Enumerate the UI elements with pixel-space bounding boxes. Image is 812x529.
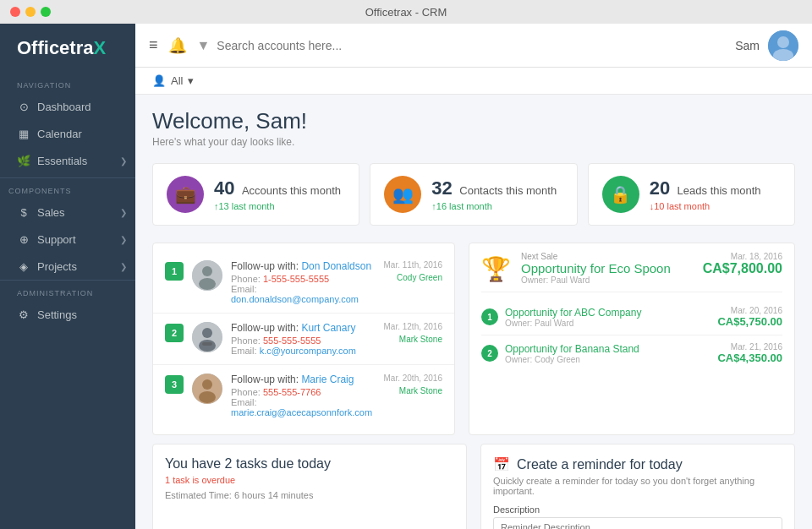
svg-point-4 [202,266,212,276]
followup-item-3: 3 Follow-up with: Marie Craig [153,365,454,426]
leads-icon: 🔒 [602,176,639,213]
components-section-label: COMPONENTS [0,177,135,199]
minimize-button[interactable] [25,7,36,17]
filter-icon[interactable]: ▼ [197,38,211,53]
sidebar-item-support[interactable]: ⊕ Support ❯ [0,226,135,253]
chevron-right-icon: ❯ [120,262,127,271]
sidebar: OfficetraX NAVIGATION ⊙ Dashboard ▦ Cale… [0,24,135,529]
reminder-icon: 📅 [493,456,510,472]
leads-change: ↓10 last month [650,201,761,211]
opp-title-1[interactable]: Opportunity for ABC Company [505,307,710,319]
chevron-right-icon: ❯ [120,208,127,217]
contacts-number: 32 [431,177,452,199]
sub-header[interactable]: 👤 All ▾ [135,68,812,95]
svg-point-5 [199,278,216,290]
followup-link-1[interactable]: Don Donaldson [301,260,371,272]
next-sale-label: Next Sale [521,252,693,261]
accounts-number: 40 [214,177,234,199]
opportunities-card: 🏆 Next Sale Opportunity for Eco Spoon Ow… [469,243,795,435]
followup-link-2[interactable]: Kurt Canary [301,322,355,334]
trophy-icon: 🏆 [481,255,511,283]
chevron-right-icon: ❯ [120,235,127,244]
sidebar-item-label: Dashboard [37,101,91,113]
followup-email-link-2[interactable]: k.c@yourcompany.com [260,346,356,356]
followup-email-1: Email: don.donaldson@company.com [231,284,375,304]
dashboard-icon: ⊙ [17,100,30,113]
support-icon: ⊕ [17,232,30,246]
settings-icon: ⚙ [17,308,30,321]
bell-icon[interactable]: 🔔 [168,36,187,55]
opp-right-2: Mar. 21, 2016 CA$4,350.00 [717,342,782,364]
main-content: 👤 All ▾ Welcome, Sam! Here's what your d… [135,68,812,529]
menu-icon[interactable]: ≡ [149,36,158,54]
middle-section: 1 Follow-up with: Don Donaldson [135,234,812,444]
opp-num-1: 1 [481,308,498,325]
tasks-overdue: 1 task is overdue [165,475,454,485]
followup-assignee-3: Mark Stone [383,386,442,395]
tasks-estimated: Estimated Time: 6 hours 14 minutes [165,490,454,500]
all-users-icon: 👤 [152,74,166,87]
svg-point-12 [199,391,216,403]
calendar-icon: ▦ [17,127,30,140]
sidebar-item-settings[interactable]: ⚙ Settings [0,301,135,328]
stats-row: 💼 40 Accounts this month ↑13 last month … [135,155,812,234]
followup-link-3[interactable]: Marie Craig [301,374,354,385]
next-sale-header: 🏆 Next Sale Opportunity for Eco Spoon Ow… [481,252,782,292]
tasks-title: You have 2 tasks due today [165,456,454,472]
opp-item-1: 1 Opportunity for ABC Company Owner: Pau… [481,299,782,335]
sidebar-item-calendar[interactable]: ▦ Calendar [0,120,135,147]
svg-point-1 [777,36,789,48]
next-sale-price: CA$7,800.00 [703,261,782,276]
description-label: Description [493,504,782,515]
opp-title-2[interactable]: Opportunity for Banana Stand [505,343,710,355]
opp-owner-2: Owner: Cody Green [505,355,710,364]
next-sale-title[interactable]: Opportunity for Eco Spoon [521,261,693,275]
description-input[interactable] [493,517,782,529]
accounts-label: Accounts this month [242,184,341,197]
followup-email-3: Email: marie.craig@acecapsonnfork.com [231,397,375,417]
next-sale-info: Next Sale Opportunity for Eco Spoon Owne… [521,252,693,285]
opp-date-2: Mar. 21, 2016 [717,342,782,352]
opp-amount-2: CA$4,350.00 [717,352,782,364]
followup-phone-link-3[interactable]: 555-555-7766 [263,387,321,397]
followup-num-2: 2 [165,324,184,342]
bottom-section: You have 2 tasks due today 1 task is ove… [135,444,812,529]
sidebar-item-dashboard[interactable]: ⊙ Dashboard [0,93,135,120]
reminder-title-text: Create a reminder for today [517,457,683,472]
followup-avatar-2 [192,322,222,352]
followup-avatar-1 [192,260,222,291]
followup-num-3: 3 [165,375,184,394]
followup-num-1: 1 [165,262,184,281]
reminder-card: 📅 Create a reminder for today Quickly cr… [480,444,795,529]
sidebar-item-label: Essentials [37,155,87,167]
search-input[interactable] [217,39,725,52]
followup-avatar-3 [192,374,222,404]
followup-assignee-2: Mark Stone [383,335,442,344]
nav-section-label: NAVIGATION [0,73,135,93]
title-bar: Officetrax - CRM [0,0,812,24]
sidebar-item-sales[interactable]: $ Sales ❯ [0,199,135,226]
reminder-title: 📅 Create a reminder for today [493,456,782,472]
welcome-subtitle: Here's what your day looks like. [152,136,795,148]
followup-meta-1: Mar. 11th, 2016 Cody Green [383,260,442,282]
followup-title-3: Follow-up with: Marie Craig [231,374,375,385]
sidebar-item-label: Projects [37,260,77,273]
window-title: Officetrax - CRM [365,6,447,19]
close-button[interactable] [10,7,20,17]
followup-item-1: 1 Follow-up with: Don Donaldson [153,252,454,314]
sales-icon: $ [17,205,30,219]
followup-item-2: 2 Follow-up with: Kurt Canary [153,314,454,365]
followup-phone-link-1[interactable]: 1-555-555-5555 [263,274,329,284]
maximize-button[interactable] [41,7,51,17]
followup-email-link-3[interactable]: marie.craig@acecapsonnfork.com [231,407,372,417]
next-sale-owner: Owner: Paul Ward [521,275,693,285]
opp-item-2: 2 Opportunity for Banana Stand Owner: Co… [481,335,782,371]
next-sale-date: Mar. 18, 2016 [703,252,782,261]
essentials-icon: 🌿 [17,154,30,167]
sidebar-item-essentials[interactable]: 🌿 Essentials ❯ [0,147,135,174]
sidebar-item-projects[interactable]: ◈ Projects ❯ [0,253,135,280]
followup-email-link-1[interactable]: don.donaldson@company.com [231,294,359,304]
followup-phone-link-2[interactable]: 555-555-5555 [263,335,321,346]
stat-card-leads: 🔒 20 Leads this month ↓10 last month [588,163,795,226]
followup-phone-1: Phone: 1-555-555-5555 [231,274,375,284]
